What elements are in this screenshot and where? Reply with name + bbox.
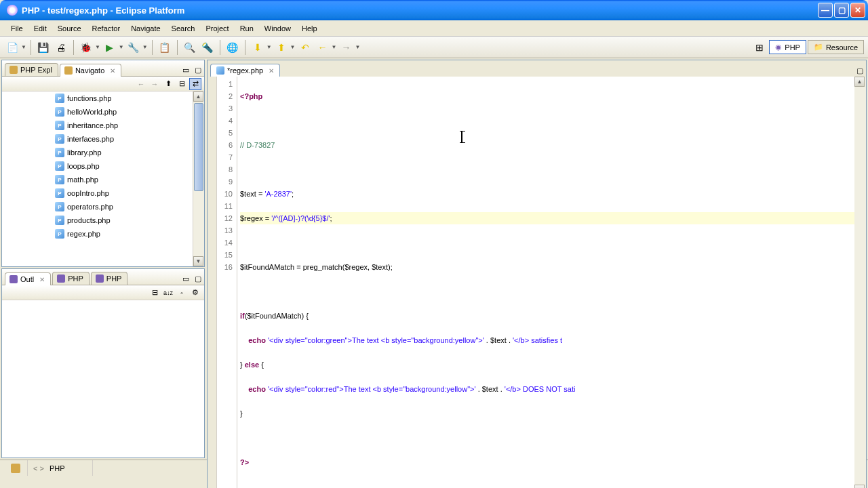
outline-tree[interactable] [2, 300, 204, 458]
tree-item: PhelloWorld.php [2, 105, 204, 119]
tree-item: Ploops.php [2, 159, 204, 173]
web-browser-button[interactable]: 🌐 [224, 39, 241, 56]
az-sort-icon[interactable]: a↓z [162, 287, 174, 299]
tree-item: Pregex.php [2, 227, 204, 241]
maximize-editor-icon[interactable]: ▢ [854, 64, 866, 77]
editor-scrollbar-vertical[interactable]: ▲ ▼ [854, 77, 866, 488]
external-tools-button[interactable]: 🔧 [125, 39, 142, 56]
outline-view: Outl✕ PHP PHP ▭ ▢ ⊟ a↓z ◦ ⚙ [1, 268, 205, 458]
tree-item: Pinterfaces.php [2, 132, 204, 146]
code-editor[interactable]: 12345678910111213141516 <?php // D-73827… [208, 77, 866, 488]
menubar: File Edit Source Refactor Navigate Searc… [0, 20, 868, 37]
forward-button[interactable]: → [338, 39, 354, 56]
text-cursor-icon [461, 131, 462, 143]
tree-item: PoopIntro.php [2, 186, 204, 200]
search-button[interactable]: 🔦 [199, 39, 216, 56]
menu-project[interactable]: Project [200, 22, 234, 35]
editor-tab-regex[interactable]: *regex.php ✕ [210, 64, 280, 77]
status-file-icon [11, 464, 20, 473]
window-title: PHP - test/regex.php - Eclipse Platform [22, 5, 818, 16]
menu-source[interactable]: Source [52, 22, 87, 35]
scrollbar-vertical[interactable]: ▲ ▼ [193, 92, 204, 266]
menu-refactor[interactable]: Refactor [87, 22, 126, 35]
minimize-button[interactable]: — [818, 3, 833, 18]
window-titlebar: PHP - test/regex.php - Eclipse Platform … [0, 0, 868, 20]
status-icon-area [5, 460, 28, 476]
code-area[interactable]: <?php // D-73827 $text = 'A-2837'; $rege… [237, 77, 866, 488]
perspective-resource[interactable]: 📁Resource [808, 40, 864, 54]
new-button[interactable]: 📄 [4, 39, 20, 56]
tree-item: Plibrary.php [2, 146, 204, 159]
minimize-view-icon[interactable]: ▭ [180, 272, 192, 285]
print-button[interactable]: 🖨 [53, 39, 69, 56]
editor-view: *regex.php ✕ ▢ 12345678910111213141516 <… [207, 60, 867, 488]
save-button[interactable]: 💾 [35, 39, 52, 56]
tab-php-project[interactable]: PHP [91, 272, 128, 285]
open-perspective-button[interactable]: ⊞ [751, 39, 768, 56]
tree-item: Pfunctions.php [2, 92, 204, 105]
file-tree[interactable]: Pfunctions.php PhelloWorld.php Pinherita… [2, 92, 204, 266]
run-button[interactable]: ▶ [102, 39, 118, 56]
collapse-all-icon[interactable]: ⊟ [176, 78, 188, 90]
minimize-view-icon[interactable]: ▭ [180, 64, 192, 76]
php-explorer-view: PHP Expl Navigato✕ ▭ ▢ ← → ⬆ ⊟ ⇄ Pfuncti… [1, 60, 205, 267]
menu-run[interactable]: Run [235, 22, 259, 35]
maximize-view-icon[interactable]: ▢ [192, 272, 204, 285]
tree-item: Pproducts.php [2, 214, 204, 227]
hide-fields-icon[interactable]: ◦ [176, 287, 188, 299]
link-editor-icon[interactable]: ⇄ [189, 78, 201, 90]
menu-file[interactable]: File [5, 22, 28, 35]
tab-php-explorer[interactable]: PHP Expl [5, 63, 58, 76]
new-php-button[interactable]: 📋 [157, 39, 173, 56]
next-annotation-button[interactable]: ⬇ [250, 39, 266, 56]
forward-icon[interactable]: → [149, 78, 161, 90]
close-tab-icon[interactable]: ✕ [269, 67, 274, 75]
debug-button[interactable]: 🐞 [78, 39, 94, 56]
close-icon[interactable]: ✕ [110, 67, 115, 75]
close-button[interactable]: ✕ [850, 3, 865, 18]
maximize-button[interactable]: ▢ [834, 3, 849, 18]
close-icon[interactable]: ✕ [39, 276, 45, 283]
tree-item: Poperators.php [2, 200, 204, 214]
tree-item: Pmath.php [2, 173, 204, 186]
sort-icon[interactable]: ⊟ [149, 287, 161, 299]
eclipse-icon [7, 5, 18, 16]
menu-edit[interactable]: Edit [28, 22, 52, 35]
tab-navigator[interactable]: Navigato✕ [60, 64, 121, 77]
line-numbers: 12345678910111213141516 [217, 77, 237, 488]
menu-help[interactable]: Help [296, 22, 323, 35]
tab-outline[interactable]: Outl✕ [5, 272, 51, 285]
editor-ruler [208, 77, 217, 488]
php-file-icon [216, 66, 224, 75]
main-toolbar: 📄▼ 💾 🖨 🐞▼ ▶▼ 🔧▼ 📋 🔍 🔦 🌐 ⬇▼ ⬆▼ ↶ ←▼ →▼ ⊞ … [0, 37, 868, 58]
tree-item: Pinheritance.php [2, 119, 204, 132]
editor-tab-label: *regex.php [227, 66, 263, 75]
tab-php-functions[interactable]: PHP [52, 272, 90, 285]
last-edit-button[interactable]: ↶ [297, 39, 313, 56]
hide-nonpublic-icon[interactable]: ⚙ [189, 287, 201, 299]
menu-navigate[interactable]: Navigate [125, 22, 165, 35]
menu-search[interactable]: Search [166, 22, 201, 35]
menu-window[interactable]: Window [259, 22, 296, 35]
back-button[interactable]: ← [315, 39, 331, 56]
up-icon[interactable]: ⬆ [162, 78, 174, 90]
perspective-php[interactable]: ◉PHP [769, 40, 806, 54]
prev-annotation-button[interactable]: ⬆ [273, 39, 290, 56]
maximize-view-icon[interactable]: ▢ [192, 64, 204, 76]
back-icon[interactable]: ← [135, 78, 147, 90]
status-context: < >PHP [28, 460, 93, 476]
open-type-button[interactable]: 🔍 [182, 39, 198, 56]
